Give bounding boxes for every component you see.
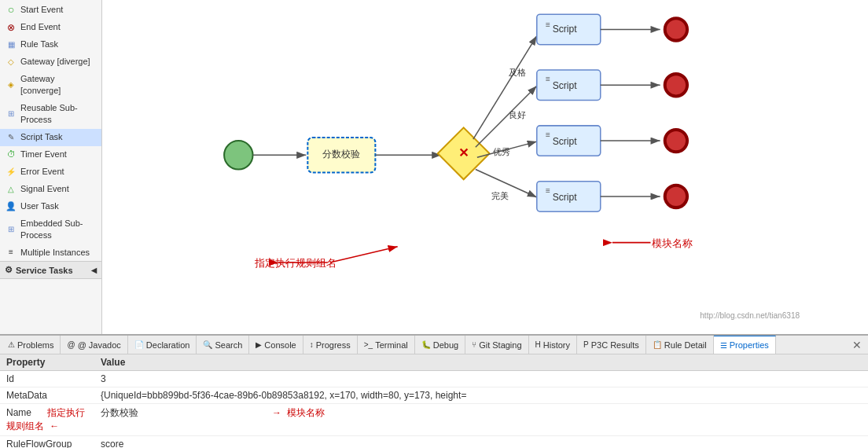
tab-progress[interactable]: ↕ Progress	[303, 336, 358, 354]
end-event-icon: ⊗	[5, 21, 17, 34]
sidebar-item-script-task[interactable]: ✎ Script Task	[0, 129, 101, 146]
table-row: Name 指定执行规则组名 ← 分数校验 → 模块名称	[0, 404, 868, 436]
prop-name-cell: MetaData	[0, 387, 94, 404]
embedded-subprocess-icon: ⊞	[5, 223, 17, 236]
declaration-icon: 📄	[134, 340, 144, 349]
svg-text:优秀: 优秀	[493, 147, 510, 156]
svg-text:Script: Script	[553, 80, 578, 91]
svg-line-25	[330, 247, 398, 263]
sidebar-item-gateway-diverge[interactable]: ◇ Gateway [diverge]	[0, 53, 101, 71]
sidebar-item-embedded-subprocess[interactable]: ⊞ Embedded Sub-Process	[0, 215, 101, 244]
table-row: RuleFlowGroup score	[0, 436, 868, 449]
console-icon: ▶	[256, 340, 262, 349]
start-event-icon: ○	[5, 4, 17, 17]
svg-line-10	[476, 86, 537, 147]
table-row: MetaData{UniqueId=bbb899bd-5f36-4cae-89b…	[0, 387, 868, 404]
sidebar: ○ Start Event ⊗ End Event ▦ Rule Task ◇ …	[0, 0, 102, 334]
close-panel-button[interactable]: ✕	[848, 339, 866, 351]
end-event-1[interactable]	[665, 18, 687, 40]
tab-properties[interactable]: ☰ Properties	[714, 336, 776, 354]
sidebar-item-multiple-instances[interactable]: ≡ Multiple Instances	[0, 244, 101, 261]
tab-git-staging[interactable]: ⑂ Git Staging	[465, 336, 528, 354]
sidebar-item-rule-task[interactable]: ▦ Rule Task	[0, 36, 101, 53]
col-property-header: Property	[0, 354, 94, 371]
sidebar-item-user-task[interactable]: 👤 User Task	[0, 198, 101, 215]
bottom-tabs-bar: ⚠ Problems @ @ Javadoc 📄 Declaration 🔍 S…	[0, 336, 868, 354]
end-event-2[interactable]	[665, 74, 687, 96]
javadoc-icon: @	[67, 340, 75, 349]
svg-text:Script: Script	[553, 136, 578, 147]
tab-search[interactable]: 🔍 Search	[197, 336, 249, 354]
prop-value-cell: 3	[94, 371, 868, 387]
script-task-icon: ✎	[5, 131, 17, 144]
problems-icon: ⚠	[8, 340, 15, 349]
svg-text:及格: 及格	[509, 68, 526, 77]
tab-terminal[interactable]: >_ Terminal	[358, 336, 415, 354]
git-icon: ⑂	[472, 340, 476, 349]
tab-javadoc[interactable]: @ @ Javadoc	[61, 336, 127, 354]
table-row: Id3	[0, 371, 868, 387]
svg-text:≡: ≡	[546, 130, 550, 139]
sidebar-item-end-event[interactable]: ⊗ End Event	[0, 19, 101, 36]
diagram-canvas[interactable]: 分数校验 ✕ 及格 ≡ Script	[102, 0, 868, 334]
svg-text:完美: 完美	[491, 191, 509, 200]
col-value-header: Value	[94, 354, 868, 371]
p3c-icon: P	[583, 340, 589, 349]
tab-problems[interactable]: ⚠ Problems	[2, 336, 61, 354]
gateway-converge-icon: ◈	[5, 79, 17, 91]
annotation-text-2: 模块名称	[653, 237, 693, 249]
properties-icon: ☰	[720, 341, 727, 350]
start-event-shape[interactable]	[224, 141, 252, 169]
gateway-diverge-icon: ◇	[5, 56, 17, 68]
svg-text:分数校验: 分数校验	[322, 149, 360, 160]
tab-rule-detail[interactable]: 📋 Rule Detail	[646, 336, 714, 354]
history-icon: H	[535, 340, 541, 349]
svg-text:Script: Script	[553, 192, 578, 203]
search-tab-icon: 🔍	[203, 340, 212, 349]
debug-icon: 🐛	[421, 340, 431, 349]
bpmn-diagram: 分数校验 ✕ 及格 ≡ Script	[102, 0, 868, 334]
service-tasks-icon: ⚙	[5, 265, 13, 275]
svg-text:Script: Script	[553, 24, 578, 35]
user-task-icon: 👤	[5, 200, 17, 213]
end-event-4[interactable]	[665, 185, 687, 207]
rule-task-icon: ▦	[5, 39, 17, 51]
sidebar-item-timer-event[interactable]: ⏱ Timer Event	[0, 146, 101, 163]
timer-event-icon: ⏱	[5, 149, 17, 161]
sidebar-item-gateway-converge[interactable]: ◈ Gateway [converge]	[0, 71, 101, 100]
watermark: http://blog.csdn.net/tian6318	[700, 311, 800, 320]
property-table: Property Value Id3MetaData{UniqueId=bbb8…	[0, 354, 868, 448]
svg-text:≡: ≡	[546, 186, 550, 195]
prop-value-ruleflow: score	[94, 436, 868, 449]
prop-name-cell: Name 指定执行规则组名 ←	[0, 404, 94, 436]
multiple-instances-icon: ≡	[5, 246, 17, 259]
prop-value-cell: {UniqueId=bbb899bd-5f36-4cae-89b6-0b8985…	[94, 387, 868, 404]
error-event-icon: ⚡	[5, 166, 17, 178]
tab-debug[interactable]: 🐛 Debug	[415, 336, 465, 354]
prop-name-cell: RuleFlowGroup	[0, 436, 94, 449]
svg-text:✕: ✕	[458, 145, 469, 160]
end-event-3[interactable]	[665, 130, 687, 152]
sidebar-item-signal-event[interactable]: △ Signal Event	[0, 181, 101, 198]
svg-text:≡: ≡	[546, 20, 550, 29]
reusable-subprocess-icon: ⊞	[5, 108, 17, 120]
tab-p3c[interactable]: P P3C Results	[577, 336, 646, 354]
prop-value-name: 分数校验 → 模块名称	[94, 404, 868, 436]
svg-text:良好: 良好	[509, 110, 526, 119]
signal-event-icon: △	[5, 183, 17, 196]
bottom-panel: ⚠ Problems @ @ Javadoc 📄 Declaration 🔍 S…	[0, 334, 868, 448]
sidebar-item-error-event[interactable]: ⚡ Error Event	[0, 163, 101, 181]
section-collapse-icon: ◀	[91, 266, 97, 274]
properties-content: Property Value Id3MetaData{UniqueId=bbb8…	[0, 354, 868, 448]
service-tasks-section[interactable]: ⚙ Service Tasks ◀	[0, 261, 101, 279]
svg-text:≡: ≡	[546, 75, 550, 83]
tab-history[interactable]: H History	[529, 336, 577, 354]
svg-line-5	[473, 36, 537, 140]
tab-declaration[interactable]: 📄 Declaration	[128, 336, 197, 354]
progress-icon: ↕	[310, 340, 314, 349]
terminal-icon: >_	[364, 340, 373, 349]
tab-console[interactable]: ▶ Console	[249, 336, 303, 354]
sidebar-item-reusable-subprocess[interactable]: ⊞ Reusable Sub-Process	[0, 100, 101, 129]
sidebar-item-start-event[interactable]: ○ Start Event	[0, 2, 101, 19]
rule-detail-icon: 📋	[653, 340, 662, 349]
